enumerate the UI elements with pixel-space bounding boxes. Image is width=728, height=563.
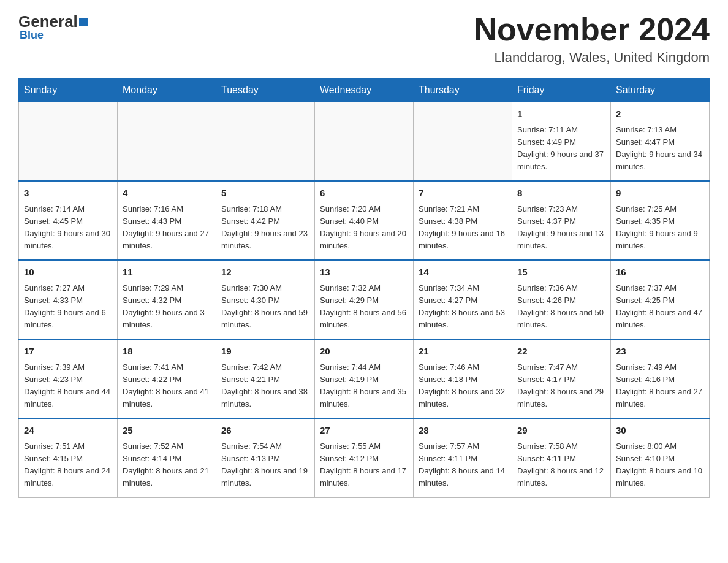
calendar-day-cell: 13Sunrise: 7:32 AMSunset: 4:29 PMDayligh… <box>315 260 414 339</box>
calendar-day-cell <box>216 102 315 182</box>
calendar-day-cell: 25Sunrise: 7:52 AMSunset: 4:14 PMDayligh… <box>118 418 216 497</box>
day-number: 19 <box>221 345 309 359</box>
logo-triangle-icon <box>79 18 88 26</box>
day-of-week-header: Monday <box>118 79 216 102</box>
day-number: 22 <box>517 345 605 359</box>
day-sun-info: Sunrise: 7:21 AMSunset: 4:38 PMDaylight:… <box>419 203 507 253</box>
calendar-week-row: 10Sunrise: 7:27 AMSunset: 4:33 PMDayligh… <box>19 260 710 339</box>
day-number: 26 <box>221 424 309 438</box>
calendar-day-cell: 4Sunrise: 7:16 AMSunset: 4:43 PMDaylight… <box>118 181 216 260</box>
day-sun-info: Sunrise: 7:11 AMSunset: 4:49 PMDaylight:… <box>517 124 605 174</box>
day-sun-info: Sunrise: 8:00 AMSunset: 4:10 PMDaylight:… <box>616 440 704 490</box>
calendar-week-row: 1Sunrise: 7:11 AMSunset: 4:49 PMDaylight… <box>19 102 710 182</box>
day-sun-info: Sunrise: 7:54 AMSunset: 4:13 PMDaylight:… <box>221 440 309 490</box>
calendar-day-cell: 12Sunrise: 7:30 AMSunset: 4:30 PMDayligh… <box>216 260 315 339</box>
day-sun-info: Sunrise: 7:42 AMSunset: 4:21 PMDaylight:… <box>221 361 309 411</box>
calendar-day-cell: 23Sunrise: 7:49 AMSunset: 4:16 PMDayligh… <box>611 339 710 418</box>
calendar-day-cell: 15Sunrise: 7:36 AMSunset: 4:26 PMDayligh… <box>512 260 611 339</box>
day-sun-info: Sunrise: 7:58 AMSunset: 4:11 PMDaylight:… <box>517 440 605 490</box>
calendar-day-cell: 27Sunrise: 7:55 AMSunset: 4:12 PMDayligh… <box>315 418 414 497</box>
day-number: 9 <box>616 186 704 201</box>
day-sun-info: Sunrise: 7:18 AMSunset: 4:42 PMDaylight:… <box>221 203 309 253</box>
day-number: 2 <box>616 107 704 121</box>
calendar-day-cell <box>414 102 512 182</box>
calendar-day-cell: 16Sunrise: 7:37 AMSunset: 4:25 PMDayligh… <box>611 260 710 339</box>
day-number: 8 <box>517 186 605 201</box>
calendar-day-cell: 5Sunrise: 7:18 AMSunset: 4:42 PMDaylight… <box>216 181 315 260</box>
logo-blue-text: Blue <box>20 29 88 42</box>
calendar-day-cell <box>19 102 118 182</box>
day-sun-info: Sunrise: 7:20 AMSunset: 4:40 PMDaylight:… <box>320 203 408 253</box>
day-number: 10 <box>24 266 112 280</box>
calendar-day-cell: 3Sunrise: 7:14 AMSunset: 4:45 PMDaylight… <box>19 181 118 260</box>
day-number: 16 <box>616 266 704 280</box>
calendar-day-cell: 11Sunrise: 7:29 AMSunset: 4:32 PMDayligh… <box>118 260 216 339</box>
calendar-header-row: SundayMondayTuesdayWednesdayThursdayFrid… <box>19 79 710 102</box>
calendar-day-cell: 21Sunrise: 7:46 AMSunset: 4:18 PMDayligh… <box>414 339 512 418</box>
day-number: 27 <box>320 424 408 438</box>
calendar-week-row: 17Sunrise: 7:39 AMSunset: 4:23 PMDayligh… <box>19 339 710 418</box>
day-of-week-header: Wednesday <box>315 79 414 102</box>
calendar-day-cell: 26Sunrise: 7:54 AMSunset: 4:13 PMDayligh… <box>216 418 315 497</box>
day-sun-info: Sunrise: 7:41 AMSunset: 4:22 PMDaylight:… <box>123 361 211 411</box>
day-of-week-header: Friday <box>512 79 611 102</box>
calendar-day-cell: 20Sunrise: 7:44 AMSunset: 4:19 PMDayligh… <box>315 339 414 418</box>
day-number: 1 <box>517 107 605 121</box>
calendar-day-cell: 14Sunrise: 7:34 AMSunset: 4:27 PMDayligh… <box>414 260 512 339</box>
calendar-day-cell: 9Sunrise: 7:25 AMSunset: 4:35 PMDaylight… <box>611 181 710 260</box>
calendar-week-row: 3Sunrise: 7:14 AMSunset: 4:45 PMDaylight… <box>19 181 710 260</box>
location-subtitle: Llanddarog, Wales, United Kingdom <box>474 50 710 66</box>
day-sun-info: Sunrise: 7:30 AMSunset: 4:30 PMDaylight:… <box>221 282 309 332</box>
day-number: 18 <box>123 345 211 359</box>
day-number: 21 <box>419 345 507 359</box>
day-of-week-header: Thursday <box>414 79 512 102</box>
day-number: 20 <box>320 345 408 359</box>
day-sun-info: Sunrise: 7:14 AMSunset: 4:45 PMDaylight:… <box>24 203 112 253</box>
day-sun-info: Sunrise: 7:25 AMSunset: 4:35 PMDaylight:… <box>616 203 704 253</box>
day-sun-info: Sunrise: 7:57 AMSunset: 4:11 PMDaylight:… <box>419 440 507 490</box>
day-sun-info: Sunrise: 7:49 AMSunset: 4:16 PMDaylight:… <box>616 361 704 411</box>
calendar-table: SundayMondayTuesdayWednesdayThursdayFrid… <box>18 78 710 497</box>
day-number: 28 <box>419 424 507 438</box>
day-number: 3 <box>24 186 112 201</box>
day-number: 25 <box>123 424 211 438</box>
day-number: 5 <box>221 186 309 201</box>
day-sun-info: Sunrise: 7:16 AMSunset: 4:43 PMDaylight:… <box>123 203 211 253</box>
calendar-day-cell: 28Sunrise: 7:57 AMSunset: 4:11 PMDayligh… <box>414 418 512 497</box>
day-sun-info: Sunrise: 7:29 AMSunset: 4:32 PMDaylight:… <box>123 282 211 332</box>
day-sun-info: Sunrise: 7:44 AMSunset: 4:19 PMDaylight:… <box>320 361 408 411</box>
calendar-day-cell: 6Sunrise: 7:20 AMSunset: 4:40 PMDaylight… <box>315 181 414 260</box>
day-number: 23 <box>616 345 704 359</box>
day-number: 15 <box>517 266 605 280</box>
day-sun-info: Sunrise: 7:51 AMSunset: 4:15 PMDaylight:… <box>24 440 112 490</box>
page-header: General Blue November 2024 Llanddarog, W… <box>18 12 710 66</box>
day-number: 7 <box>419 186 507 201</box>
day-sun-info: Sunrise: 7:47 AMSunset: 4:17 PMDaylight:… <box>517 361 605 411</box>
day-sun-info: Sunrise: 7:37 AMSunset: 4:25 PMDaylight:… <box>616 282 704 332</box>
month-year-title: November 2024 <box>474 12 710 47</box>
day-sun-info: Sunrise: 7:46 AMSunset: 4:18 PMDaylight:… <box>419 361 507 411</box>
calendar-day-cell: 8Sunrise: 7:23 AMSunset: 4:37 PMDaylight… <box>512 181 611 260</box>
calendar-day-cell <box>315 102 414 182</box>
day-sun-info: Sunrise: 7:13 AMSunset: 4:47 PMDaylight:… <box>616 124 704 174</box>
calendar-day-cell: 2Sunrise: 7:13 AMSunset: 4:47 PMDaylight… <box>611 102 710 182</box>
day-of-week-header: Sunday <box>19 79 118 102</box>
day-sun-info: Sunrise: 7:23 AMSunset: 4:37 PMDaylight:… <box>517 203 605 253</box>
calendar-day-cell: 24Sunrise: 7:51 AMSunset: 4:15 PMDayligh… <box>19 418 118 497</box>
calendar-day-cell: 17Sunrise: 7:39 AMSunset: 4:23 PMDayligh… <box>19 339 118 418</box>
calendar-day-cell: 30Sunrise: 8:00 AMSunset: 4:10 PMDayligh… <box>611 418 710 497</box>
day-number: 6 <box>320 186 408 201</box>
day-number: 4 <box>123 186 211 201</box>
calendar-day-cell <box>118 102 216 182</box>
day-sun-info: Sunrise: 7:52 AMSunset: 4:14 PMDaylight:… <box>123 440 211 490</box>
calendar-week-row: 24Sunrise: 7:51 AMSunset: 4:15 PMDayligh… <box>19 418 710 497</box>
calendar-day-cell: 10Sunrise: 7:27 AMSunset: 4:33 PMDayligh… <box>19 260 118 339</box>
day-sun-info: Sunrise: 7:55 AMSunset: 4:12 PMDaylight:… <box>320 440 408 490</box>
day-sun-info: Sunrise: 7:36 AMSunset: 4:26 PMDaylight:… <box>517 282 605 332</box>
logo: General Blue <box>18 12 88 42</box>
day-number: 13 <box>320 266 408 280</box>
day-number: 24 <box>24 424 112 438</box>
title-section: November 2024 Llanddarog, Wales, United … <box>474 12 710 66</box>
day-number: 29 <box>517 424 605 438</box>
day-sun-info: Sunrise: 7:32 AMSunset: 4:29 PMDaylight:… <box>320 282 408 332</box>
